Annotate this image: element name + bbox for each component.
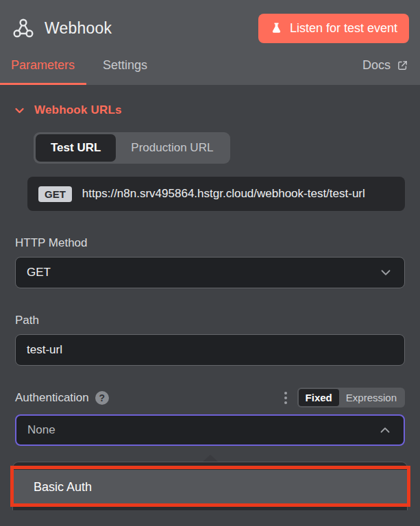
authentication-controls: Fixed Expression [283,388,405,408]
authentication-select[interactable]: None [15,414,405,446]
listen-button-label: Listen for test event [290,21,397,36]
fixed-toggle-button[interactable]: Fixed [299,389,339,406]
chevron-up-icon [378,423,393,438]
path-label: Path [15,314,405,327]
tab-parameters-label: Parameters [11,58,75,73]
expression-toggle-button[interactable]: Expression [339,389,404,406]
docs-link-label: Docs [362,58,391,73]
chevron-down-icon [14,105,25,116]
authentication-row: Authentication ? Fixed Expression [15,388,405,408]
dropdown-caret [203,455,218,462]
authentication-dropdown-panel: Basic Auth [12,462,408,510]
http-method-label: HTTP Method [15,236,405,250]
authentication-dropdown: Basic Auth [12,455,408,510]
chevron-down-icon [378,265,393,280]
header-top-row: Webhook Listen for test event [0,0,420,45]
webhook-urls-section-toggle[interactable]: Webhook URLs [15,103,405,117]
listen-for-test-event-button[interactable]: Listen for test event [258,14,409,43]
node-title: Webhook [45,19,112,38]
url-mode-toggle: Test URL Production URL [34,132,230,164]
help-icon[interactable]: ? [95,391,109,405]
fixed-expression-toggle: Fixed Expression [297,388,405,408]
webhook-url-display[interactable]: GET https://n8n.srv495864.hstgr.cloud/we… [27,177,405,211]
http-method-select[interactable]: GET [15,257,405,288]
flask-icon [270,22,283,35]
test-url-tab[interactable]: Test URL [36,134,116,162]
webhook-urls-section-title: Webhook URLs [34,103,122,117]
webhook-url-text: https://n8n.srv495864.hstgr.cloud/webhoo… [82,185,365,203]
tab-settings[interactable]: Settings [86,45,164,85]
http-method-value: GET [27,266,51,279]
parameters-panel: Webhook URLs Test URL Production URL GET… [0,103,420,510]
http-method-badge: GET [38,186,72,202]
webhook-icon [12,16,35,40]
path-value: test-url [27,343,62,357]
tab-parameters[interactable]: Parameters [0,45,86,85]
path-input[interactable]: test-url [15,334,405,366]
external-link-icon [397,60,408,71]
authentication-label-group: Authentication ? [15,391,109,405]
dropdown-option-basic-auth[interactable]: Basic Auth [13,470,407,504]
production-url-tab[interactable]: Production URL [116,134,228,162]
authentication-label: Authentication [15,391,89,405]
tab-settings-label: Settings [103,58,147,73]
docs-link[interactable]: Docs [362,58,420,73]
authentication-value: None [27,423,55,437]
tab-bar: Parameters Settings Docs [0,45,420,85]
kebab-menu-icon[interactable] [283,390,288,405]
node-detail-header: Webhook Listen for test event Parameters… [0,0,420,85]
